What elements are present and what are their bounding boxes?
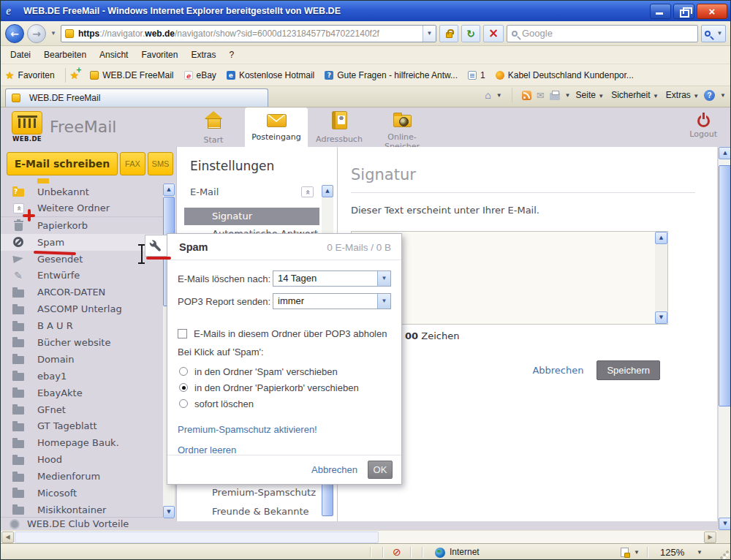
scroll-down-icon[interactable]: ▼ [655,311,667,324]
minimize-button[interactable] [650,4,671,19]
folder-row[interactable]: Homepage Bauk. [1,434,163,451]
signature-save-button[interactable]: Speichern [596,360,660,380]
compose-email-button[interactable]: E-Mail schreiben [7,152,118,175]
nav-item[interactable]: Online-Speicher [371,107,433,147]
textarea-scrollbar[interactable]: ▲ ▼ [655,232,667,324]
search-input[interactable]: Google [507,25,698,42]
folder-settings-button[interactable] [145,235,167,257]
folder-row[interactable]: Misikkontainer [1,502,163,518]
chevron-down-icon[interactable]: ▼ [496,92,502,99]
folder-row[interactable]: Hood [1,451,163,468]
club-link[interactable]: WEB.DE Club Vorteile [1,517,163,530]
collapse-section-icon[interactable] [301,186,314,197]
settings-item[interactable]: Freunde & Bekannte [184,502,319,521]
page-scrollbar[interactable]: ▲ ▼ [719,147,730,530]
folder-row[interactable]: B A U R [1,317,163,334]
favorite-link[interactable]: Gute Fragen - hilfreiche Antw... [319,70,463,80]
command-menu-button[interactable]: Extras ▼ [666,90,699,100]
resize-grip[interactable] [719,550,729,559]
favorite-link[interactable]: WEB.DE FreeMail [85,70,178,80]
scroll-up-icon[interactable]: ▲ [719,147,730,159]
radio-option[interactable]: in den Ordner 'Papierkorb' verschieben [178,379,391,396]
stop-button[interactable]: × [483,25,504,42]
horizontal-scrollbar[interactable]: ◀ ▶ [1,530,730,543]
read-mail-icon[interactable]: ✉ [537,90,545,101]
chevron-down-icon[interactable]: ▼ [634,549,640,556]
nav-item[interactable]: Adressbuch [308,107,371,147]
forward-button[interactable]: → [27,24,46,43]
security-lock-button[interactable] [439,25,458,42]
menu-item[interactable]: Extras [184,47,222,63]
home-icon[interactable]: ⌂ [485,89,491,101]
dialog-ok-button[interactable]: OK [368,461,393,479]
folder-row[interactable]: ASCOMP Unterlag [1,300,163,317]
folder-row[interactable]: ebay1 [1,368,163,385]
chevron-down-icon[interactable]: ▼ [720,92,726,99]
folder-row[interactable]: Micosoft [1,485,163,502]
zoom-dropdown-icon[interactable]: ▼ [697,549,702,556]
scroll-down-icon[interactable]: ▼ [719,518,730,530]
scroll-up-icon[interactable]: ▲ [322,185,333,197]
radio-option[interactable]: sofort löschen [178,396,391,412]
dialog-link[interactable]: Premium-Spamschutz aktivieren! [178,424,391,439]
settings-item[interactable]: Signatur [184,208,319,225]
pop3-checkbox-row[interactable]: E-Mails in diesem Ordner über POP3 abhol… [178,327,391,340]
radio-option[interactable]: in den Ordner 'Spam' verschieben [178,363,391,379]
radio-button[interactable] [179,399,188,408]
command-menu-button[interactable]: Seite ▼ [576,90,605,100]
menu-item[interactable]: Favoriten [135,47,184,63]
back-button[interactable]: ← [5,24,24,43]
scroll-down-icon[interactable]: ▼ [163,506,175,518]
menu-item[interactable]: Bearbeiten [37,47,93,63]
logout-button[interactable]: Logout [689,113,717,139]
folder-row[interactable]: Bücher website [1,334,163,351]
rss-icon[interactable] [522,91,531,100]
scroll-left-icon[interactable]: ◀ [1,531,14,543]
signature-cancel-link[interactable]: Abbrechen [532,365,583,376]
folder-row[interactable]: Unbekannt [1,183,163,200]
favorites-button[interactable]: Favoriten [18,70,55,80]
scroll-thumb[interactable] [719,165,730,406]
menu-item[interactable]: ? [222,47,240,63]
folder-row[interactable]: GFnet [1,401,163,418]
folder-row[interactable]: ARCOR-DATEN [1,284,163,300]
fax-button[interactable]: FAX [120,152,145,175]
history-dropdown-icon[interactable]: ▼ [49,30,58,37]
favorite-link[interactable]: Kabel Deutschland Kundenpor... [491,70,639,80]
folder-row[interactable]: Entwürfe [1,267,163,284]
url-dropdown-icon[interactable]: ▼ [423,26,436,42]
scroll-up-icon[interactable]: ▲ [163,183,175,196]
scroll-right-icon[interactable]: ▶ [704,531,716,543]
radio-button[interactable] [179,383,188,392]
favorite-link[interactable]: eBay [179,70,221,80]
folder-row[interactable]: Domain [1,351,163,368]
folder-row[interactable]: EbayAkte [1,385,163,401]
dropdown-select[interactable]: immer▼ [273,293,391,309]
folder-row[interactable]: Medienforum [1,468,163,485]
add-favorite-button[interactable]: ★+ [70,69,80,82]
favorite-link[interactable]: 1 [463,70,491,80]
checkbox[interactable] [178,329,187,338]
dialog-cancel-link[interactable]: Abbrechen [311,464,357,475]
search-go-button[interactable]: ▼ [701,25,726,42]
dropdown-select[interactable]: 14 Tagen▼ [273,270,391,287]
help-icon[interactable]: ? [704,90,715,101]
sms-button[interactable]: SMS [148,152,173,175]
radio-button[interactable] [179,367,188,376]
nav-item[interactable]: Start [182,107,245,147]
print-icon[interactable] [550,93,560,100]
url-field[interactable]: https://navigator.web.de/navigator/show?… [61,25,436,42]
scroll-thumb[interactable] [322,480,333,516]
scroll-up-icon[interactable]: ▲ [655,232,667,244]
scroll-thumb[interactable] [15,531,379,543]
chevron-down-icon[interactable]: ▼ [565,92,571,99]
refresh-button[interactable]: ↻ [461,25,480,42]
menu-item[interactable]: Ansicht [93,47,135,63]
restore-button[interactable] [673,4,694,19]
protected-mode-icon[interactable] [621,548,629,557]
command-menu-button[interactable]: Sicherheit ▼ [611,90,659,100]
close-button[interactable]: × [697,4,727,19]
settings-item[interactable]: Premium-Spamschutz [184,483,319,502]
folder-row[interactable]: GT Tageblatt [1,417,163,434]
nav-item[interactable]: Posteingang [245,107,308,147]
